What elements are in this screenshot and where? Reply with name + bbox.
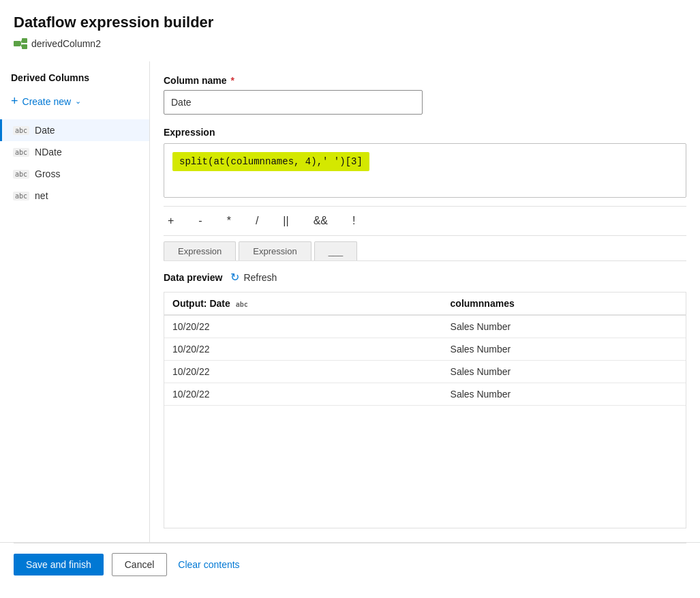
operator-divide[interactable]: /: [252, 212, 262, 230]
operator-multiply[interactable]: *: [223, 212, 235, 230]
data-table-wrapper[interactable]: Output: Date abc columnnames 10/20/22 Sa…: [164, 292, 686, 528]
expression-editor[interactable]: split(at(columnnames, 4),' ')[3]: [164, 143, 686, 198]
chevron-down-icon: ⌄: [75, 97, 81, 106]
type-badge-date: abc: [13, 126, 29, 135]
svg-rect-1: [22, 38, 27, 43]
column-item-date[interactable]: abc Date: [0, 119, 149, 141]
data-table: Output: Date abc columnnames 10/20/22 Sa…: [164, 293, 686, 406]
operator-not[interactable]: !: [348, 212, 359, 230]
cell-colnames-3: Sales Number: [442, 361, 686, 383]
preview-header: Data preview ↻ Refresh: [164, 271, 686, 284]
refresh-button[interactable]: ↻ Refresh: [230, 271, 277, 284]
table-row: 10/20/22 Sales Number: [164, 315, 686, 338]
create-new-button[interactable]: + Create new ⌄: [0, 90, 149, 113]
column-name-label: Column name *: [164, 75, 686, 86]
refresh-icon: ↻: [230, 271, 239, 284]
type-badge-ndate: abc: [13, 148, 29, 157]
col-header-columnnames: columnnames: [442, 293, 686, 315]
footer-bar: Save and finish Cancel Clear contents: [14, 543, 686, 587]
cell-date-4: 10/20/22: [164, 383, 442, 406]
operator-minus[interactable]: -: [194, 212, 206, 230]
subtitle-text: derivedColumn2: [31, 38, 101, 49]
data-preview-section: Data preview ↻ Refresh Output: Date abc: [164, 260, 686, 528]
required-star: *: [228, 75, 234, 86]
operator-and[interactable]: &&: [309, 212, 332, 230]
column-list: abc Date abc NDate abc Gross abc net: [0, 119, 149, 207]
tab-extra[interactable]: ___: [314, 241, 358, 260]
cell-colnames-4: Sales Number: [442, 383, 686, 406]
expression-code: split(at(columnnames, 4),' ')[3]: [172, 152, 369, 171]
page-title: Dataflow expression builder: [14, 14, 686, 31]
expression-label: Expression: [164, 127, 686, 138]
create-new-label: Create new: [22, 96, 72, 107]
column-name-input[interactable]: [164, 90, 423, 115]
table-row: 10/20/22 Sales Number: [164, 338, 686, 361]
col-header-date: Output: Date abc: [164, 293, 442, 315]
plus-icon: +: [11, 94, 18, 108]
operator-plus[interactable]: +: [164, 212, 178, 230]
footer: Save and finish Cancel Clear contents: [0, 542, 700, 598]
type-badge-net: abc: [13, 192, 29, 200]
svg-rect-2: [22, 44, 27, 49]
expression-tabs: Expression Expression ___: [164, 241, 686, 260]
section-header-derived-columns: Derived Columns: [0, 72, 149, 83]
type-badge-gross: abc: [13, 170, 29, 179]
tab-expression-1[interactable]: Expression: [164, 241, 236, 260]
tab-expression-2[interactable]: Expression: [239, 241, 311, 260]
table-row: 10/20/22 Sales Number: [164, 361, 686, 383]
cell-date-1: 10/20/22: [164, 315, 442, 338]
save-and-finish-button[interactable]: Save and finish: [14, 554, 104, 575]
cell-colnames-2: Sales Number: [442, 338, 686, 361]
expression-section: Expression split(at(columnnames, 4),' ')…: [164, 127, 686, 260]
column-item-gross[interactable]: abc Gross: [0, 163, 149, 185]
cell-date-3: 10/20/22: [164, 361, 442, 383]
clear-contents-button[interactable]: Clear contents: [175, 554, 242, 575]
cell-colnames-1: Sales Number: [442, 315, 686, 338]
column-name-ndate: NDate: [35, 147, 62, 158]
svg-line-3: [20, 41, 22, 44]
column-item-ndate[interactable]: abc NDate: [0, 141, 149, 163]
cell-date-2: 10/20/22: [164, 338, 442, 361]
node-icon: [14, 37, 27, 50]
column-item-net[interactable]: abc net: [0, 185, 149, 207]
table-row: 10/20/22 Sales Number: [164, 383, 686, 406]
operators-row: + - * / || && !: [164, 206, 686, 236]
svg-line-4: [20, 44, 22, 47]
cancel-button[interactable]: Cancel: [112, 553, 168, 576]
column-name-section: Column name *: [164, 75, 686, 127]
column-name-net: net: [35, 190, 48, 201]
column-name-gross: Gross: [35, 168, 60, 179]
operator-or[interactable]: ||: [279, 212, 292, 230]
column-name-date: Date: [35, 125, 55, 136]
preview-title: Data preview: [164, 272, 222, 283]
refresh-label: Refresh: [243, 272, 277, 283]
svg-rect-0: [14, 41, 20, 46]
